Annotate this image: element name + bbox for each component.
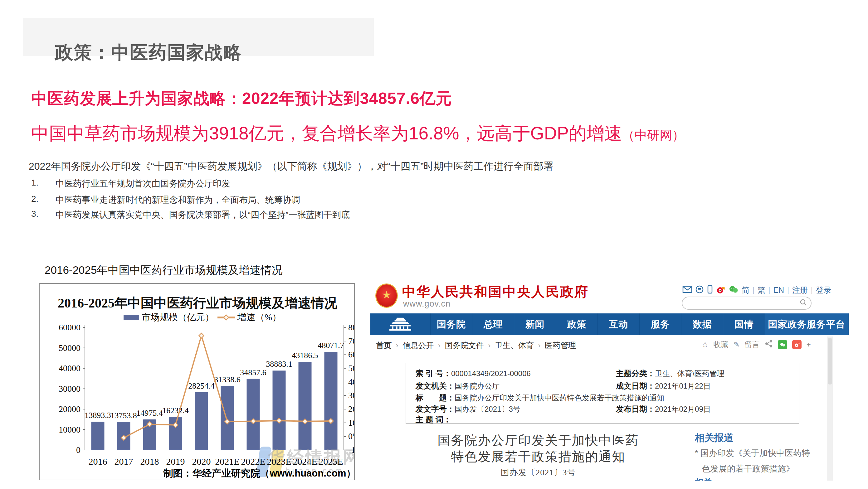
national-emblem-icon: ★ xyxy=(375,284,398,308)
nav-item-zhengce[interactable]: 政策 xyxy=(556,314,597,335)
svg-text:16232.4: 16232.4 xyxy=(162,406,189,415)
comment-label[interactable]: 留言 xyxy=(745,339,760,350)
search-bar xyxy=(682,297,811,310)
page-actions: ☆ 收藏 ✎ 留言 + xyxy=(702,339,811,350)
share-weibo-icon[interactable] xyxy=(792,340,802,349)
search-icon[interactable] xyxy=(800,299,807,307)
breadcrumb-health[interactable]: 卫生、体育 xyxy=(495,340,534,351)
svg-text:50000: 50000 xyxy=(59,343,81,353)
svg-text:80%: 80% xyxy=(348,323,354,332)
lang-en-link[interactable]: EN xyxy=(773,286,784,295)
svg-text:43186.5: 43186.5 xyxy=(292,351,318,360)
gov-top-links: 简 | 繁 | EN | 注册 | 登录 xyxy=(682,285,832,295)
list-number: 1. xyxy=(31,178,50,188)
lang-traditional-link[interactable]: 繁 xyxy=(757,285,765,295)
meta-row: 标 题：国务院办公厅印发关于加快中医药特色发展若干政策措施的通知 xyxy=(415,393,664,403)
svg-text:-10%: -10% xyxy=(348,445,354,455)
chart-canvas: 13893.313753.814975.416232.428254.431338… xyxy=(40,284,354,480)
nav-item-xinwen[interactable]: 新闻 xyxy=(514,314,556,335)
nav-item-hudong[interactable]: 互动 xyxy=(597,314,639,335)
favorite-star-icon[interactable]: ☆ xyxy=(702,340,709,349)
svg-text:14975.4: 14975.4 xyxy=(136,409,163,418)
list-number: 2. xyxy=(31,194,50,204)
svg-text:70%: 70% xyxy=(348,336,354,346)
svg-text:2016-2025年中国中医药行业市场规模及增速情况: 2016-2025年中国中医药行业市场规模及增速情况 xyxy=(58,296,337,310)
svg-text:13753.8: 13753.8 xyxy=(111,411,137,420)
scrollbar-thumb[interactable] xyxy=(828,338,832,385)
svg-text:31338.6: 31338.6 xyxy=(214,375,241,384)
headline-primary: 中医药发展上升为国家战略：2022年预计达到34857.6亿元 xyxy=(31,88,452,109)
document-meta-card: 索 引 号：000014349/2021-00006 主题分类：卫生、体育\医药… xyxy=(406,363,799,424)
nav-item-zhengwu-platform[interactable]: 国家政务服务平台 xyxy=(765,314,848,335)
svg-text:13893.3: 13893.3 xyxy=(85,411,111,420)
meta-row: 成文日期：2021年01月22日 xyxy=(616,381,711,391)
svg-text:2021E: 2021E xyxy=(215,456,239,466)
share-wechat-icon[interactable] xyxy=(778,340,787,349)
svg-text:34857.6: 34857.6 xyxy=(240,368,267,377)
mobile-icon[interactable] xyxy=(707,285,713,295)
lang-simplified-link[interactable]: 简 xyxy=(742,285,749,295)
list-number: 3. xyxy=(31,209,50,219)
headline-source-tag: （中研网） xyxy=(622,128,685,142)
wechat-icon[interactable] xyxy=(728,285,739,295)
svg-text:0: 0 xyxy=(76,445,81,455)
share-more-plus[interactable]: + xyxy=(807,340,811,349)
svg-text:40000: 40000 xyxy=(59,363,81,373)
breadcrumb-home[interactable]: 首页 xyxy=(376,340,392,351)
nav-item-zongli[interactable]: 总理 xyxy=(472,314,514,335)
document-title-line2: 特色发展若干政策措施的通知 xyxy=(382,448,694,465)
chart-caption: 2016-2025年中国中医药行业市场规模及增速情况 xyxy=(44,263,282,278)
market-size-chart: 13893.313753.814975.416232.428254.431338… xyxy=(39,283,355,480)
nav-item-guowuyuan[interactable]: 国务院 xyxy=(430,314,472,335)
related-report-link-cont[interactable]: 色发展的若干政策措施》 xyxy=(702,463,794,474)
meta-row: 发文字号：国办发〔2021〕3号 xyxy=(415,404,520,414)
svg-text:制图：华经产业研究院（www.huaon.com）: 制图：华经产业研究院（www.huaon.com） xyxy=(163,468,354,479)
nav-home-tiananmen-icon[interactable] xyxy=(370,314,430,335)
nav-item-guoqing[interactable]: 国情 xyxy=(723,314,765,335)
svg-text:50%: 50% xyxy=(348,363,354,373)
meta-row: 发文机关：国务院办公厅 xyxy=(415,381,499,391)
svg-text:2022E: 2022E xyxy=(241,456,265,466)
svg-text:40%: 40% xyxy=(348,377,354,387)
search-input[interactable] xyxy=(688,298,800,308)
mail-icon[interactable] xyxy=(682,285,692,295)
svg-text:2023E: 2023E xyxy=(267,456,291,466)
svg-text:2020: 2020 xyxy=(192,456,211,466)
gov-site-title: 中华人民共和国中央人民政府 xyxy=(402,283,589,301)
svg-text:30%: 30% xyxy=(348,390,354,400)
clipped-sidebar-heading: 相关 xyxy=(695,477,712,481)
register-link[interactable]: 注册 xyxy=(792,285,808,295)
list-item: 中医药行业五年规划首次由国务院办公厅印发 xyxy=(56,178,230,190)
gov-site-url[interactable]: www.gov.cn xyxy=(403,299,451,309)
meta-row: 主 题 词： xyxy=(415,415,451,425)
related-report-link[interactable]: * 国办印发《关于加快中医药特 xyxy=(695,448,810,459)
breadcrumb-info[interactable]: 信息公开 xyxy=(402,340,434,351)
share-icon[interactable] xyxy=(765,339,773,350)
weibo-icon[interactable] xyxy=(716,285,725,295)
svg-text:20000: 20000 xyxy=(59,404,81,414)
login-link[interactable]: 登录 xyxy=(816,285,832,295)
svg-text:市场规模（亿元）: 市场规模（亿元） xyxy=(142,312,214,322)
gov-website-screenshot: ★ 中华人民共和国中央人民政府 www.gov.cn 简 | 繁 | EN | … xyxy=(370,279,849,481)
message-icon[interactable] xyxy=(695,285,704,295)
svg-text:28254.4: 28254.4 xyxy=(188,382,215,390)
svg-text:20%: 20% xyxy=(348,404,354,414)
gov-navbar: 国务院 总理 新闻 政策 互动 服务 数据 国情 国家政务服务平台 xyxy=(370,314,849,335)
svg-text:60000: 60000 xyxy=(59,323,81,332)
nav-item-shuju[interactable]: 数据 xyxy=(681,314,723,335)
favorite-label[interactable]: 收藏 xyxy=(714,339,728,350)
meta-row: 发布日期：2021年02月09日 xyxy=(616,404,711,414)
svg-text:2017: 2017 xyxy=(115,456,133,466)
sidebar-divider xyxy=(688,425,688,481)
svg-text:2019: 2019 xyxy=(166,456,185,466)
document-title-line1: 国务院办公厅印发关于加快中医药 xyxy=(382,432,694,449)
document-number: 国办发〔2021〕3号 xyxy=(382,467,694,478)
comment-pencil-icon[interactable]: ✎ xyxy=(734,340,740,349)
svg-text:2024E: 2024E xyxy=(293,456,317,466)
svg-text:30000: 30000 xyxy=(59,384,81,394)
nav-item-fuwu[interactable]: 服务 xyxy=(639,314,681,335)
list-item: 中医药发展认真落实党中央、国务院决策部署，以“四个坚持”一张蓝图干到底 xyxy=(56,209,350,221)
svg-text:60%: 60% xyxy=(348,350,354,359)
breadcrumb-docs[interactable]: 国务院文件 xyxy=(445,340,484,351)
related-reports-heading: 相关报道 xyxy=(695,431,734,445)
